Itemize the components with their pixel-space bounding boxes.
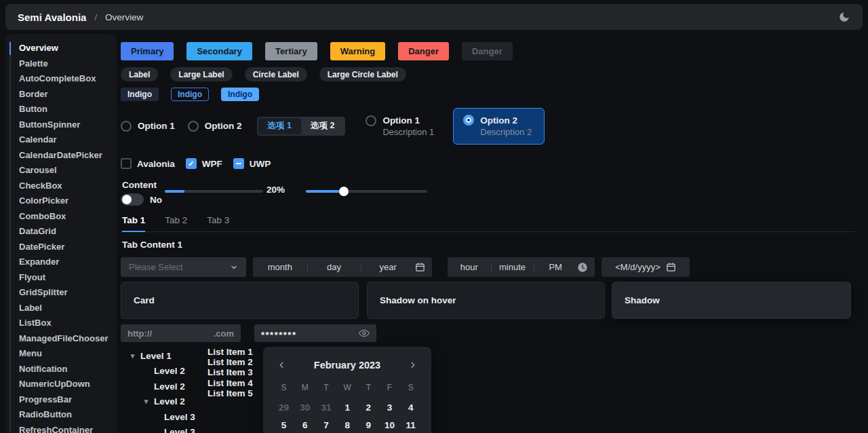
sidebar-item[interactable]: AutoCompleteBox (11, 71, 117, 87)
tab[interactable]: Tab 3 (207, 214, 229, 231)
sidebar-item[interactable]: Flyout (11, 270, 117, 286)
calendar-day[interactable]: 1 (337, 398, 358, 416)
sidebar-item[interactable]: Expander (11, 255, 117, 270)
calendar-day[interactable]: 3 (379, 398, 400, 416)
time-picker-segment[interactable]: minute (491, 257, 534, 277)
radio-option-1[interactable]: Option 1 (121, 121, 175, 132)
calendar-day[interactable]: 10 (379, 416, 400, 433)
radio-with-description[interactable]: Option 1 Description 1 (366, 115, 434, 138)
checkbox[interactable]: Avalonia (121, 158, 175, 169)
radio-card-selected[interactable]: Option 2 Description 2 (453, 108, 545, 145)
sidebar-item[interactable]: CheckBox (11, 178, 117, 194)
sidebar-item[interactable]: DataGrid (11, 224, 117, 240)
tree-node[interactable]: Level 2 (123, 379, 195, 394)
time-picker[interactable]: hourminutePM (448, 257, 595, 277)
tree-node[interactable]: Level 3 (123, 425, 195, 433)
segmented-option[interactable]: 选项 1 (258, 118, 301, 134)
calendar-day[interactable]: 30 (294, 398, 315, 416)
select-dropdown[interactable]: Please Select (121, 257, 246, 277)
date-picker-segment[interactable]: month (253, 257, 307, 277)
tree-node[interactable]: Level 2 (123, 364, 195, 379)
sidebar-item[interactable]: NumericUpDown (11, 377, 117, 392)
tree-node[interactable]: ▾ Level 2 (123, 394, 195, 410)
checkbox[interactable]: ✓ WPF (186, 158, 222, 169)
sidebar-item[interactable]: Palette (11, 56, 117, 72)
calendar-panel: February 2023 SMTWTFS 293031123456789101… (263, 347, 431, 433)
chevron-down-icon[interactable]: ▾ (142, 397, 150, 406)
calendar-day[interactable]: 7 (315, 416, 336, 433)
tab[interactable]: Tab 2 (165, 214, 187, 231)
calendar-day[interactable]: 31 (315, 398, 336, 416)
sidebar-item[interactable]: ManagedFileChooser (11, 331, 117, 347)
sidebar-item[interactable]: Calendar (11, 132, 117, 148)
tab-content: Tab Content 1 (121, 240, 855, 250)
list-item[interactable]: List Item 3 (208, 367, 253, 377)
sidebar-item[interactable]: ColorPicker (11, 193, 117, 209)
slider-thumb[interactable] (339, 187, 349, 196)
sidebar-item[interactable]: Menu (11, 346, 117, 362)
chevron-left-icon[interactable] (273, 357, 290, 373)
demo-button[interactable]: Primary (121, 42, 174, 60)
date-picker-segment[interactable]: day (307, 257, 361, 277)
slider-fill (306, 190, 343, 193)
calendar-day[interactable]: 4 (400, 398, 421, 416)
sidebar-item[interactable]: Notification (11, 362, 117, 377)
demo-button[interactable]: Secondary (186, 42, 252, 60)
toggle-switch[interactable] (121, 193, 144, 206)
calendar-date-picker[interactable]: <M/d/yyyy> (601, 257, 690, 277)
sidebar-item[interactable]: Button (11, 102, 117, 117)
demo-button[interactable]: Warning (330, 42, 386, 60)
eye-icon[interactable] (359, 328, 370, 339)
calendar-day[interactable]: 5 (273, 416, 294, 433)
calendar-day[interactable]: 29 (273, 398, 294, 416)
date-picker[interactable]: monthdayyear (253, 257, 432, 277)
sidebar-item[interactable]: ProgressBar (11, 392, 117, 408)
sidebar-item[interactable]: Label (11, 301, 117, 316)
sidebar-item[interactable]: ComboBox (11, 209, 117, 225)
sidebar-item[interactable]: RefreshContainer (11, 423, 117, 433)
password-input[interactable]: ******** (254, 324, 376, 342)
time-picker-segment[interactable]: PM (534, 257, 577, 277)
list-item[interactable]: List Item 4 (208, 378, 253, 388)
clock-icon[interactable] (577, 262, 588, 273)
sidebar-item[interactable]: CalendarDatePicker (11, 148, 117, 164)
calendar-day[interactable]: 9 (358, 416, 379, 433)
calendar-icon[interactable] (415, 262, 425, 272)
calendar-day[interactable]: 11 (400, 416, 421, 433)
sidebar-item[interactable]: Carousel (11, 163, 117, 178)
tree-node[interactable]: ▾ Level 1 (123, 348, 195, 364)
list-item[interactable]: List Item 1 (208, 347, 253, 357)
chevron-down-icon[interactable]: ▾ (129, 352, 136, 360)
sidebar-item[interactable]: GridSplitter (11, 285, 117, 301)
demo-button[interactable]: Danger (398, 42, 449, 60)
moon-icon[interactable] (838, 11, 850, 23)
checkbox[interactable]: UWP (233, 158, 271, 169)
tab[interactable]: Tab 1 (122, 214, 145, 232)
calendar-day[interactable]: 8 (337, 416, 358, 433)
calendar-icon[interactable] (666, 262, 676, 272)
sidebar-item[interactable]: DatePicker (11, 240, 117, 255)
demo-button[interactable]: Danger (462, 42, 513, 60)
sidebar-item[interactable]: ButtonSpinner (11, 117, 117, 133)
tree-node[interactable]: Level 3 (123, 409, 195, 425)
tree-node-label: Level 2 (154, 396, 185, 407)
url-input[interactable]: http:// .com (121, 324, 241, 342)
list-item[interactable]: List Item 5 (208, 388, 253, 398)
sidebar-item[interactable]: Border (11, 87, 117, 102)
segmented-option[interactable]: 选项 2 (301, 118, 344, 134)
card-shadow-on-hover[interactable]: Shadow on hover (367, 282, 605, 319)
date-picker-segment[interactable]: year (361, 257, 415, 277)
calendar-month-title[interactable]: February 2023 (290, 360, 405, 371)
calendar-day[interactable]: 2 (358, 398, 379, 416)
calendar-day[interactable]: 6 (294, 416, 315, 433)
sidebar-item[interactable]: RadioButton (11, 407, 117, 423)
sidebar-item[interactable]: ListBox (11, 316, 117, 331)
chevron-right-icon[interactable] (405, 357, 421, 373)
segmented-control[interactable]: 选项 1 选项 2 (257, 117, 346, 136)
demo-button[interactable]: Tertiary (265, 42, 317, 60)
time-picker-segment[interactable]: hour (448, 257, 491, 277)
list-item[interactable]: List Item 2 (208, 357, 253, 367)
slider[interactable] (306, 190, 427, 193)
sidebar-item[interactable]: Overview (11, 41, 117, 56)
radio-option-2[interactable]: Option 2 (188, 121, 242, 132)
